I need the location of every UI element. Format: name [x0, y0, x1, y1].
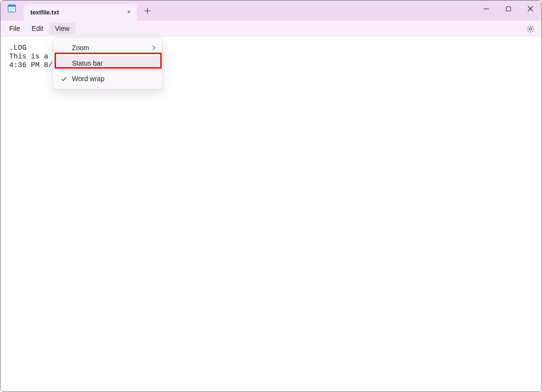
editor-line: This is a t — [9, 53, 57, 61]
titlebar: textfile.txt • — [0, 0, 542, 21]
tab-title: textfile.txt — [30, 9, 127, 16]
maximize-button[interactable] — [497, 0, 519, 17]
menu-view[interactable]: View — [49, 23, 75, 34]
close-button[interactable] — [519, 0, 542, 17]
menu-file[interactable]: File — [3, 23, 26, 34]
tab-modified-indicator[interactable]: • — [127, 7, 130, 17]
menubar: File Edit View — [0, 21, 542, 36]
editor-line: 4:36 PM 8/2 — [9, 61, 57, 70]
new-tab-button[interactable] — [139, 2, 155, 19]
document-tab[interactable]: textfile.txt • — [24, 4, 137, 21]
menu-item-word-wrap[interactable]: Word wrap — [56, 71, 160, 86]
svg-point-7 — [529, 28, 532, 30]
check-icon — [56, 76, 72, 82]
text-editor[interactable]: .LOG This is a t 4:36 PM 8/2 — [0, 36, 542, 392]
chevron-right-icon — [148, 45, 160, 50]
menu-item-label: Zoom — [72, 44, 148, 52]
view-dropdown: Zoom Status bar Word wrap — [53, 37, 163, 89]
editor-line: .LOG — [9, 44, 27, 52]
menu-item-label: Word wrap — [72, 75, 160, 83]
menu-item-status-bar[interactable]: Status bar — [56, 56, 160, 71]
menu-item-zoom[interactable]: Zoom — [56, 40, 160, 56]
menu-item-label: Status bar — [72, 59, 160, 67]
svg-rect-1 — [8, 5, 15, 7]
settings-button[interactable] — [524, 23, 537, 35]
svg-rect-6 — [506, 7, 511, 11]
menu-edit[interactable]: Edit — [26, 23, 49, 34]
window-controls — [475, 0, 542, 21]
notepad-app-icon — [7, 3, 17, 13]
notepad-window: textfile.txt • File Edit View — [0, 0, 542, 392]
minimize-button[interactable] — [475, 0, 497, 17]
